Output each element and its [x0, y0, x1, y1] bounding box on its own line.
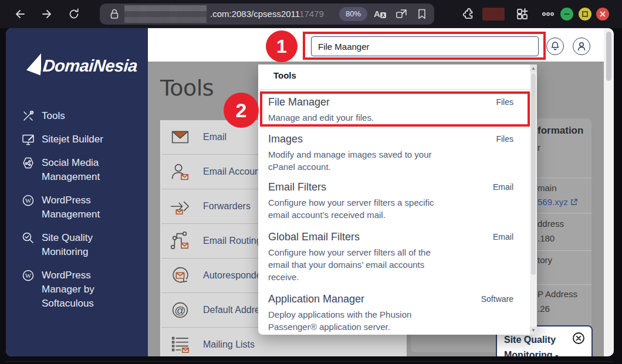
site-quality-icon [22, 232, 35, 244]
sidebar-item-wp-manager-softaculous[interactable]: W WordPress Manager by Softaculous [22, 268, 142, 311]
sitejet-icon [22, 133, 35, 146]
sidebar-item-sitejet-builder[interactable]: Sitejet Builder [22, 132, 142, 147]
email-accounts-icon [169, 161, 191, 183]
popup-title: Site QualityMonitoring - [504, 332, 558, 356]
url-bar[interactable]: .com:2083/cpsess201117479 80% A [100, 4, 434, 25]
menu-dots-icon[interactable] [541, 7, 555, 21]
popout-icon[interactable] [395, 8, 409, 21]
forwarders-icon [169, 195, 191, 217]
minimize-button[interactable] [560, 8, 573, 21]
brand-name: DomaiNesia [42, 56, 138, 76]
shared-ip-label-fragment: ddress [538, 219, 564, 229]
svg-text:W: W [25, 197, 32, 204]
close-button[interactable] [596, 8, 609, 21]
mailing-lists-icon [169, 334, 191, 356]
social-media-icon [22, 157, 35, 169]
wordpress-icon-2: W [22, 269, 35, 282]
notifications-button[interactable] [546, 38, 564, 55]
dropdown-scrollbar-thumb[interactable] [531, 73, 536, 275]
general-info-title-fragment: formation [538, 125, 583, 137]
user-button[interactable] [573, 38, 590, 55]
annotation-step-1: 1 [266, 30, 298, 62]
popup-close-icon[interactable] [572, 331, 586, 345]
page-title: Tools [160, 75, 214, 101]
annotation-box-search [303, 32, 546, 60]
apps-grid-icon[interactable] [515, 7, 529, 21]
dedicated-ip-value-fragment: .26 [538, 304, 550, 314]
translate-icon[interactable]: A [373, 8, 387, 21]
result-images[interactable]: Images Files Modify and manage images sa… [268, 132, 513, 173]
result-email-filters[interactable]: Email Filters Email Configure how your s… [268, 180, 513, 221]
page-scrollbar[interactable] [604, 28, 614, 356]
annotation-step-2: 2 [224, 93, 259, 128]
sidebar-item-wordpress-management[interactable]: W WordPress Management [22, 193, 142, 222]
domainesia-logo[interactable]: DomaiNesia [25, 52, 137, 80]
sidebar-item-site-quality[interactable]: Site Quality Monitoring [22, 231, 142, 259]
tools-icon [22, 110, 35, 123]
sidebar-item-tools[interactable]: Tools [22, 109, 142, 123]
dedicated-ip-label-fragment: P Address [538, 289, 577, 299]
autoresponders-icon [169, 264, 191, 287]
default-address-icon: @ [169, 299, 191, 321]
page-scrollbar-thumb[interactable] [606, 32, 611, 81]
email-routing-icon [169, 230, 191, 252]
dropdown-scrollbar[interactable]: ▲ ▼ [530, 64, 537, 335]
shared-ip-value-fragment: .180 [538, 233, 555, 243]
zoom-level-badge[interactable]: 80% [339, 7, 367, 21]
domain-link-fragment[interactable]: 569.xyz [538, 197, 578, 207]
maximize-button[interactable] [579, 8, 591, 21]
bookmark-icon[interactable] [415, 8, 428, 21]
result-application-manager[interactable]: Application Manager Software Deploy appl… [268, 292, 513, 333]
redacted-extension-icon[interactable] [482, 8, 505, 21]
browser-window: .com:2083/cpsess201117479 80% A DomaiNes… [0, 0, 622, 364]
history-label-fragment: tory [538, 255, 552, 265]
page-viewport: DomaiNesia Tools Sitejet Builder Social … [6, 28, 614, 356]
scroll-up-arrow[interactable]: ▲ [530, 64, 537, 73]
primary-domain-label-fragment: main [538, 183, 557, 193]
external-link-icon [570, 198, 578, 206]
svg-text:W: W [25, 272, 32, 279]
result-global-email-filters[interactable]: Global Email Filters Email Configure how… [268, 230, 513, 283]
current-user-fragment: r [538, 142, 540, 152]
svg-text:@: @ [174, 304, 185, 317]
svg-text:A: A [374, 9, 380, 19]
back-button[interactable] [13, 7, 27, 21]
bell-icon [549, 40, 561, 52]
redacted-domain [124, 5, 207, 23]
annotation-box-file-manager [260, 91, 530, 127]
url-text: .com:2083/cpsess201117479 [210, 9, 324, 19]
wordpress-icon: W [22, 194, 35, 207]
lock-icon [108, 8, 121, 21]
dropdown-section-title: Tools [273, 70, 296, 80]
sidebar-item-social-media[interactable]: Social Media Management [22, 156, 142, 184]
browser-toolbar: .com:2083/cpsess201117479 80% A [0, 0, 622, 28]
reload-button[interactable] [67, 7, 81, 21]
sidebar: DomaiNesia Tools Sitejet Builder Social … [6, 28, 148, 356]
forward-button[interactable] [40, 7, 54, 21]
email-icon [169, 126, 191, 148]
extensions-puzzle-icon[interactable] [461, 7, 475, 21]
user-icon [576, 40, 587, 52]
